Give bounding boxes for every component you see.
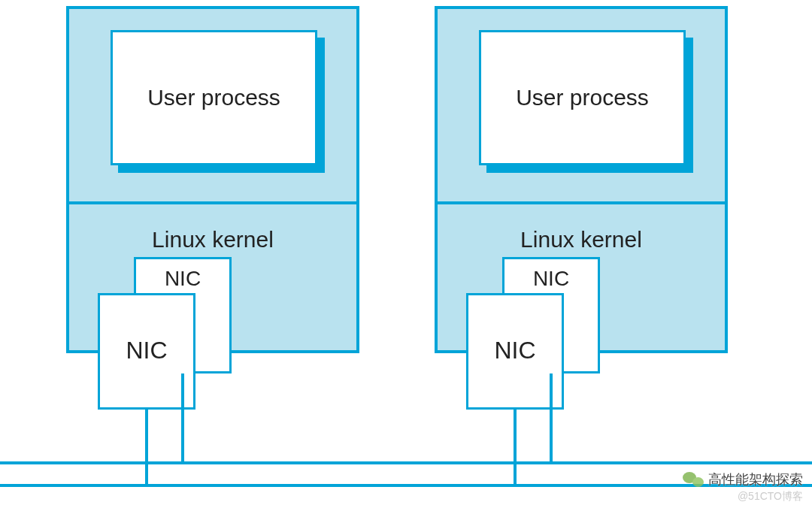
- nic-label: NIC: [494, 303, 535, 364]
- nic-stack-left: NIC NIC: [98, 257, 248, 404]
- nic-label: NIC: [533, 267, 569, 291]
- user-process-box: User process: [111, 30, 317, 165]
- kernel-label: Linux kernel: [69, 227, 356, 252]
- nic-wire: [181, 373, 184, 464]
- user-process-panel: User process: [479, 30, 686, 165]
- host-divider: [69, 201, 356, 204]
- wechat-icon: [683, 470, 704, 488]
- nic-wire: [514, 410, 517, 487]
- user-process-box: User process: [479, 30, 686, 165]
- user-process-panel: User process: [111, 30, 317, 165]
- nic-stack-right: NIC NIC: [466, 257, 617, 404]
- diagram-stage: User process Linux kernel User process L…: [0, 0, 812, 505]
- nic-wire: [550, 373, 553, 464]
- watermark-sub: @51CTO博客: [738, 490, 803, 503]
- user-process-label: User process: [516, 85, 649, 110]
- user-process-label: User process: [147, 85, 280, 110]
- nic-label: NIC: [165, 267, 201, 291]
- nic-wire: [145, 410, 148, 487]
- watermark-text: 高性能架构探索: [708, 470, 803, 488]
- kernel-label: Linux kernel: [438, 227, 725, 252]
- host-divider: [438, 201, 725, 204]
- nic-label: NIC: [126, 303, 167, 364]
- network-bus-line: [0, 461, 812, 464]
- watermark: 高性能架构探索: [683, 470, 803, 488]
